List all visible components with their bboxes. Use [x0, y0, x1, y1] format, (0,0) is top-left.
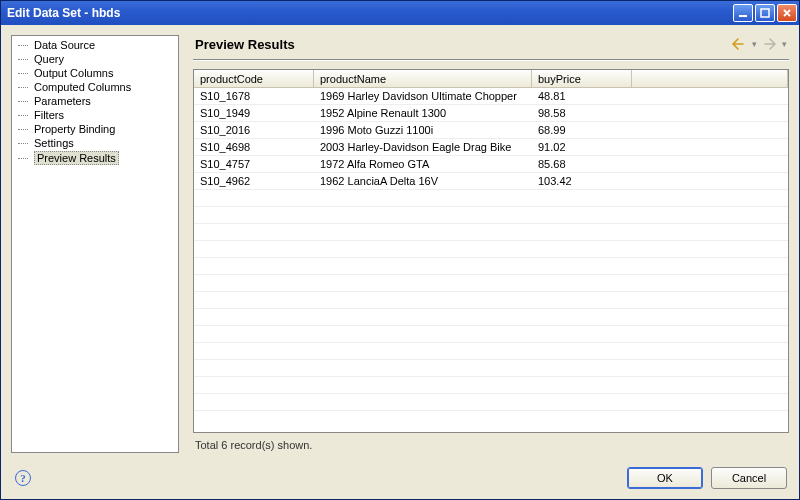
- table-cell: [532, 377, 632, 394]
- ok-button[interactable]: OK: [627, 467, 703, 489]
- table-row: [194, 275, 788, 292]
- table-cell: [194, 292, 314, 309]
- help-icon[interactable]: ?: [15, 470, 31, 486]
- table-header-row: productCodeproductNamebuyPrice: [194, 70, 788, 88]
- table-cell: 1996 Moto Guzzi 1100i: [314, 122, 532, 139]
- table-cell: 1972 Alfa Romeo GTA: [314, 156, 532, 173]
- table-row[interactable]: S10_49621962 LanciaA Delta 16V103.42: [194, 173, 788, 190]
- maximize-button[interactable]: [755, 4, 775, 22]
- dialog-window: Edit Data Set - hbds Data SourceQueryOut…: [0, 0, 800, 500]
- table-row: [194, 241, 788, 258]
- table-cell: [314, 326, 532, 343]
- divider: [193, 59, 789, 61]
- sidebar-item[interactable]: Computed Columns: [12, 80, 178, 94]
- table-cell: [532, 190, 632, 207]
- column-header[interactable]: productName: [314, 70, 532, 88]
- table-row: [194, 377, 788, 394]
- table-cell: [632, 360, 788, 377]
- table-cell: [532, 360, 632, 377]
- svg-rect-1: [761, 9, 769, 17]
- content-header: Preview Results ▾ ▾: [193, 35, 789, 53]
- table-cell: [632, 309, 788, 326]
- sidebar-tree[interactable]: Data SourceQueryOutput ColumnsComputed C…: [11, 35, 179, 453]
- sidebar-item[interactable]: Filters: [12, 108, 178, 122]
- table-row: [194, 394, 788, 411]
- table-cell: [194, 224, 314, 241]
- table-cell: S10_4698: [194, 139, 314, 156]
- nav-back-menu[interactable]: ▾: [751, 39, 757, 49]
- content-title: Preview Results: [195, 37, 729, 52]
- dialog-buttons: OK Cancel: [627, 467, 787, 489]
- table-row[interactable]: S10_20161996 Moto Guzzi 1100i68.99: [194, 122, 788, 139]
- table-cell: [632, 275, 788, 292]
- table-cell: [532, 326, 632, 343]
- table-cell: [632, 394, 788, 411]
- close-button[interactable]: [777, 4, 797, 22]
- table-cell: [632, 292, 788, 309]
- svg-rect-0: [739, 15, 747, 17]
- column-header[interactable]: buyPrice: [532, 70, 632, 88]
- column-header[interactable]: [632, 70, 788, 88]
- table-cell: [314, 309, 532, 326]
- sidebar-item[interactable]: Property Binding: [12, 122, 178, 136]
- nav-arrows: ▾ ▾: [729, 35, 787, 53]
- table-cell: 103.42: [532, 173, 632, 190]
- sidebar-item[interactable]: Settings: [12, 136, 178, 150]
- table-row: [194, 292, 788, 309]
- table-cell: [194, 275, 314, 292]
- sidebar-item-label: Preview Results: [34, 151, 119, 165]
- table-cell: [532, 241, 632, 258]
- results-table[interactable]: productCodeproductNamebuyPrice S10_16781…: [193, 69, 789, 433]
- table-cell: [532, 258, 632, 275]
- nav-back-button[interactable]: [729, 35, 749, 53]
- table-cell: [194, 394, 314, 411]
- sidebar-item-label: Output Columns: [34, 67, 113, 79]
- table-row: [194, 343, 788, 360]
- table-cell: 68.99: [532, 122, 632, 139]
- table-row: [194, 326, 788, 343]
- table-cell: 1952 Alpine Renault 1300: [314, 105, 532, 122]
- table-cell: [194, 343, 314, 360]
- sidebar-item[interactable]: Preview Results: [12, 150, 178, 166]
- sidebar-item[interactable]: Parameters: [12, 94, 178, 108]
- table-cell: [194, 377, 314, 394]
- sidebar-item-label: Data Source: [34, 39, 95, 51]
- table-cell: [632, 258, 788, 275]
- table-cell: [632, 326, 788, 343]
- table-cell: [194, 258, 314, 275]
- table-cell: [194, 190, 314, 207]
- table-cell: [314, 377, 532, 394]
- sidebar-item[interactable]: Data Source: [12, 38, 178, 52]
- table-cell: [632, 241, 788, 258]
- sidebar-item[interactable]: Query: [12, 52, 178, 66]
- table-cell: 48.81: [532, 88, 632, 105]
- table-row[interactable]: S10_19491952 Alpine Renault 130098.58: [194, 105, 788, 122]
- table-row: [194, 190, 788, 207]
- nav-forward-menu[interactable]: ▾: [781, 39, 787, 49]
- table-cell: [194, 360, 314, 377]
- table-row[interactable]: S10_47571972 Alfa Romeo GTA85.68: [194, 156, 788, 173]
- table-cell: S10_4962: [194, 173, 314, 190]
- main-area: Data SourceQueryOutput ColumnsComputed C…: [1, 25, 799, 459]
- nav-forward-button[interactable]: [759, 35, 779, 53]
- table-cell: [314, 207, 532, 224]
- window-buttons: [733, 4, 797, 22]
- table-cell: [194, 309, 314, 326]
- titlebar: Edit Data Set - hbds: [1, 1, 799, 25]
- minimize-button[interactable]: [733, 4, 753, 22]
- table-cell: [632, 139, 788, 156]
- table-row[interactable]: S10_46982003 Harley-Davidson Eagle Drag …: [194, 139, 788, 156]
- table-cell: [632, 173, 788, 190]
- table-row[interactable]: S10_16781969 Harley Davidson Ultimate Ch…: [194, 88, 788, 105]
- column-header[interactable]: productCode: [194, 70, 314, 88]
- table-cell: [632, 207, 788, 224]
- table-cell: 85.68: [532, 156, 632, 173]
- sidebar-item[interactable]: Output Columns: [12, 66, 178, 80]
- sidebar-item-label: Query: [34, 53, 64, 65]
- sidebar-item-label: Computed Columns: [34, 81, 131, 93]
- table-cell: [314, 360, 532, 377]
- cancel-button[interactable]: Cancel: [711, 467, 787, 489]
- table-cell: [314, 224, 532, 241]
- sidebar-item-label: Property Binding: [34, 123, 115, 135]
- button-bar: ? OK Cancel: [1, 459, 799, 499]
